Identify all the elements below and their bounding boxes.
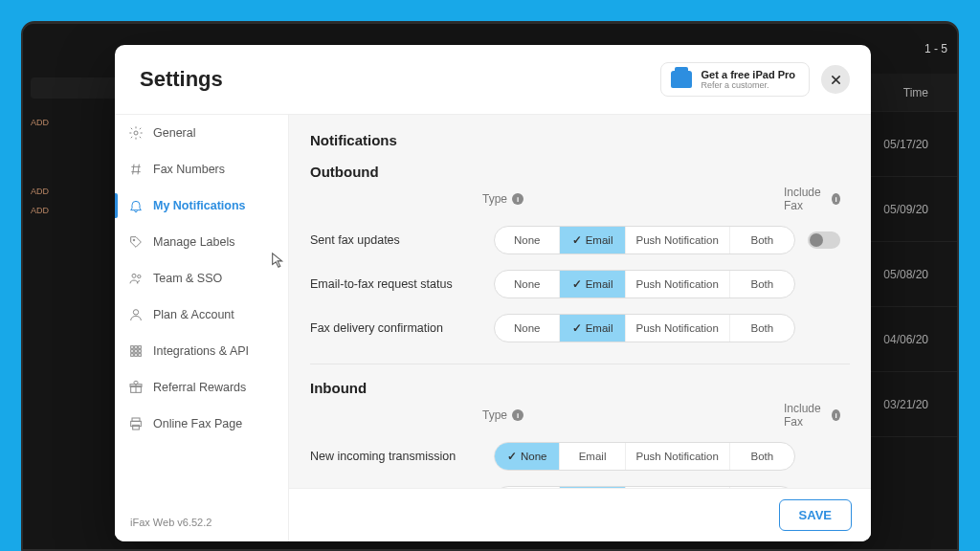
- type-segmented-control[interactable]: ✓None✓Email✓Push Notification✓Both: [494, 314, 795, 342]
- sidebar-item-fax-numbers[interactable]: Fax Numbers: [115, 151, 288, 187]
- promo-title: Get a free iPad Pro: [702, 69, 795, 80]
- bell-icon: [128, 198, 144, 213]
- svg-rect-9: [135, 350, 138, 353]
- sidebar-item-label: Manage Labels: [153, 235, 234, 249]
- gift-icon: [671, 71, 692, 88]
- seg-option-push-notification[interactable]: ✓Push Notification: [625, 315, 729, 342]
- info-icon[interactable]: i: [832, 193, 840, 205]
- seg-option-none[interactable]: ✓None: [495, 315, 559, 342]
- svg-rect-6: [135, 346, 138, 349]
- seg-option-none[interactable]: ✓None: [495, 443, 559, 470]
- seg-option-both[interactable]: ✓Both: [729, 443, 794, 470]
- type-segmented-control[interactable]: ✓None✓Email✓Push Notification✓Both: [494, 226, 795, 254]
- sidebar-item-my-notifications[interactable]: My Notifications: [115, 187, 288, 224]
- modal-footer: SAVE: [289, 488, 871, 541]
- svg-rect-10: [139, 350, 142, 353]
- seg-option-both[interactable]: ✓Both: [729, 227, 794, 253]
- svg-point-3: [138, 275, 141, 277]
- seg-option-none[interactable]: ✓None: [495, 227, 559, 253]
- sidebar-item-label: Fax Numbers: [153, 163, 225, 176]
- modal-header: Settings Get a free iPad Pro Refer a cus…: [115, 45, 871, 114]
- app-version: iFax Web v6.52.2: [115, 503, 288, 541]
- sidebar-item-label: Integrations & API: [153, 344, 249, 358]
- save-button[interactable]: SAVE: [779, 499, 852, 531]
- info-icon[interactable]: i: [512, 193, 523, 205]
- close-button[interactable]: [821, 65, 850, 94]
- svg-rect-5: [131, 346, 134, 349]
- setting-label: Fax delivery confirmation: [310, 321, 482, 335]
- setting-row: Sent fax updates✓None✓Email✓Push Notific…: [310, 218, 850, 262]
- tag-icon: [128, 234, 144, 250]
- setting-label: New incoming transmission: [310, 450, 482, 463]
- user-icon: [128, 307, 144, 322]
- setting-row: Fax delivery confirmation✓None✓Email✓Pus…: [310, 306, 850, 350]
- column-include-fax: Include Faxi: [784, 402, 850, 429]
- column-include-fax: Include Faxi: [784, 186, 850, 212]
- sidebar-item-team-sso[interactable]: Team & SSO: [115, 260, 288, 297]
- close-icon: [831, 75, 841, 85]
- setting-label: Email-to-fax request status: [310, 277, 482, 291]
- sidebar-item-plan-account[interactable]: Plan & Account: [115, 297, 288, 333]
- sidebar-item-label: My Notifications: [153, 199, 246, 212]
- sidebar-item-online-fax-page[interactable]: Online Fax Page: [115, 406, 288, 442]
- users-icon: [128, 271, 144, 286]
- setting-label: Sent fax updates: [310, 233, 482, 247]
- svg-rect-11: [131, 354, 134, 357]
- svg-point-4: [133, 310, 138, 315]
- gear-icon: [128, 125, 144, 141]
- settings-sidebar: General Fax Numbers My Notifications Man…: [115, 115, 289, 541]
- promo-subtitle: Refer a customer.: [702, 80, 795, 90]
- setting-row: Email-to-fax request status✓None✓Email✓P…: [310, 262, 850, 306]
- seg-option-email[interactable]: ✓Email: [559, 271, 624, 298]
- settings-modal: Settings Get a free iPad Pro Refer a cus…: [115, 45, 871, 541]
- printer-icon: [128, 416, 144, 431]
- grid-icon: [128, 343, 144, 359]
- gift-icon: [128, 380, 144, 395]
- svg-point-1: [133, 239, 135, 241]
- type-segmented-control[interactable]: ✓None✓Email✓Push Notification✓Both: [494, 270, 795, 298]
- seg-option-both[interactable]: ✓Both: [729, 271, 794, 298]
- hash-icon: [128, 162, 144, 177]
- sidebar-item-label: Team & SSO: [153, 272, 222, 285]
- column-type: Typei: [482, 408, 784, 422]
- sidebar-item-label: General: [153, 126, 195, 140]
- seg-option-push-notification[interactable]: ✓Push Notification: [625, 443, 729, 470]
- info-icon[interactable]: i: [832, 409, 840, 421]
- include-fax-toggle[interactable]: [808, 231, 840, 249]
- bg-count: 1 - 5: [924, 42, 947, 55]
- sidebar-item-referral-rewards[interactable]: Referral Rewards: [115, 369, 288, 406]
- sidebar-item-integrations-api[interactable]: Integrations & API: [115, 333, 288, 369]
- svg-rect-18: [133, 425, 140, 430]
- svg-rect-13: [139, 354, 142, 357]
- page-title: Notifications: [310, 132, 850, 148]
- settings-content: Notifications Outbound Typei Include Fax…: [289, 115, 871, 541]
- divider: [310, 364, 850, 364]
- seg-option-push-notification[interactable]: ✓Push Notification: [625, 227, 729, 253]
- column-type: Typei: [482, 192, 784, 206]
- sidebar-item-label: Online Fax Page: [153, 417, 242, 430]
- svg-rect-12: [135, 354, 138, 357]
- seg-option-push-notification[interactable]: ✓Push Notification: [625, 271, 729, 298]
- svg-point-0: [134, 131, 138, 135]
- info-icon[interactable]: i: [512, 409, 523, 421]
- type-segmented-control[interactable]: ✓None✓Email✓Push Notification✓Both: [494, 442, 795, 471]
- seg-option-email[interactable]: ✓Email: [559, 315, 624, 342]
- seg-option-email[interactable]: ✓Email: [559, 443, 624, 470]
- section-title-inbound: Inbound: [310, 380, 850, 396]
- seg-option-none[interactable]: ✓None: [495, 271, 559, 298]
- section-title-outbound: Outbound: [310, 164, 850, 180]
- promo-banner[interactable]: Get a free iPad Pro Refer a customer.: [660, 62, 810, 97]
- modal-title: Settings: [140, 67, 223, 92]
- sidebar-item-general[interactable]: General: [115, 115, 288, 151]
- setting-row: New incoming transmission✓None✓Email✓Pus…: [310, 434, 850, 478]
- seg-option-email[interactable]: ✓Email: [559, 227, 624, 253]
- bg-time-header: Time: [903, 86, 928, 99]
- svg-rect-7: [139, 346, 142, 349]
- sidebar-item-label: Referral Rewards: [153, 381, 246, 394]
- sidebar-item-label: Plan & Account: [153, 308, 234, 321]
- sidebar-item-manage-labels[interactable]: Manage Labels: [115, 224, 288, 260]
- svg-point-2: [132, 274, 136, 277]
- svg-rect-8: [131, 350, 134, 353]
- seg-option-both[interactable]: ✓Both: [729, 315, 794, 342]
